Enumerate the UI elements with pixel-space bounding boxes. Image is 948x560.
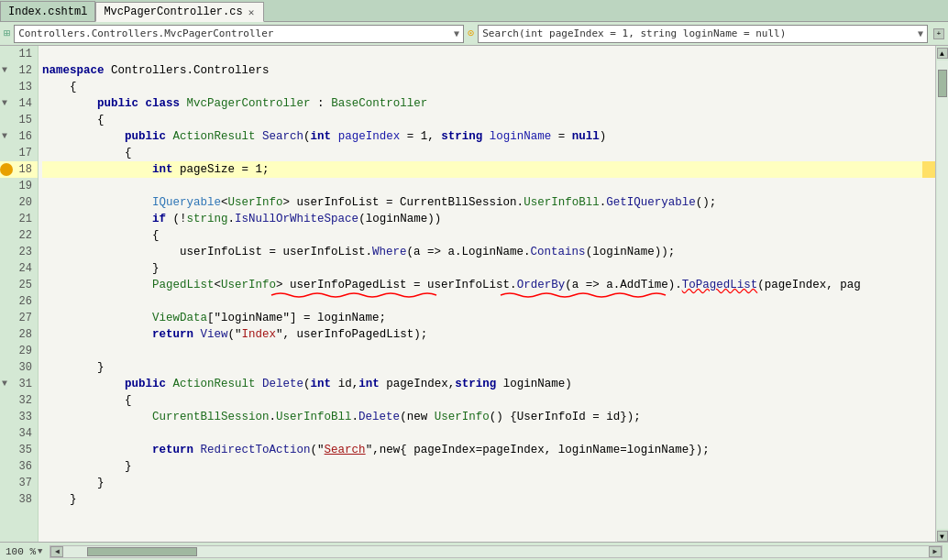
collapse-icon-14[interactable]: ▼ [2,95,7,112]
token-paren-16: ( [303,128,311,145]
method-value: Search(int pageIndex = 1, string loginNa… [482,27,786,39]
code-line-18: int pageSize = 1; [42,161,935,178]
token-indent-27 [42,310,152,326]
app-window: Index.cshtml MvcPagerController.cs ✕ ⊞ C… [0,0,948,560]
code-line-21: if (! string . IsNullOrWhiteSpace (login… [42,211,935,227]
token-31e: pageIndex, [380,376,456,392]
token-close-16: ) [600,128,607,145]
line-num-12: ▼ 12 [0,62,38,79]
token-31c: ( [303,376,311,392]
token-33c: (new [400,409,435,425]
code-content[interactable]: namespace Controllers.Controllers { publ… [39,46,935,542]
line-num-29: 29 [0,343,38,359]
scroll-down-btn[interactable]: ▼ [937,531,948,542]
token-loginname-16: loginName [490,128,552,145]
token-25b: (a => a.AddTime). [565,277,682,293]
line-num-35: 35 [0,442,38,458]
highlight-right-18 [922,161,935,178]
token-public-14: public [97,95,138,112]
token-indent-35 [42,442,152,458]
token-17: { [42,145,132,161]
line-gutter: 11 ▼ 12 13 ▼ 14 15 ▼ 16 17 [0,46,39,542]
token-pagesize-18: pageSize = 1; [173,161,270,178]
token-contains-23: Contains [531,244,586,260]
token-actionresult-16: ActionResult [173,128,256,145]
token-31f: loginName) [496,376,572,392]
line-num-33: 33 [0,409,38,425]
token-sp-16b [256,128,263,145]
token-33a: . [270,409,277,425]
token-36: } [42,458,132,475]
line-num-24: 24 [0,260,38,277]
zoom-control[interactable]: 100 % ▼ [6,546,42,557]
code-line-35: return RedirectToAction (" Search ",new{… [42,442,935,458]
line-num-27: 27 [0,310,38,326]
token-indent-14 [42,95,97,112]
tab-label: Index.cshtml [8,5,87,18]
horizontal-scrollbar[interactable]: ◀ ▶ [50,545,942,558]
collapse-icon-31[interactable]: ▼ [2,376,7,392]
method-dropdown[interactable]: Search(int pageIndex = 1, string loginNa… [478,25,928,43]
scroll-thumb-v[interactable] [938,70,947,97]
token-int-31b: int [358,376,380,392]
code-line-19 [42,178,935,194]
token-sp-16a [166,128,173,145]
code-line-25: PagedList < UserInfo > userInfoPagedList… [42,277,935,293]
token-sp-31b [256,376,263,392]
token-35c: ",new{ pageIndex=pageIndex, loginName=lo… [366,442,710,458]
code-line-11 [42,46,935,62]
token-space-14b [180,95,187,112]
collapse-icon-12[interactable]: ▼ [2,62,7,79]
token-userinfobll-33: UserInfoBll [276,409,352,425]
breakpoint-18[interactable] [0,163,13,176]
token-return-28: return [152,326,193,343]
line-num-21: 21 [0,211,38,227]
tab-close-icon[interactable]: ✕ [247,6,257,18]
token-eq-16: = 1, [400,128,441,145]
code-line-36: } [42,458,935,475]
line-num-20: 20 [0,194,38,211]
code-line-26 [42,293,935,310]
collapse-icon-16[interactable]: ▼ [2,128,7,145]
token-view-28: View [201,326,228,343]
token-23c: (loginName)); [586,244,676,260]
token-indent-28 [42,326,152,343]
token-string-21: string [187,211,228,227]
line-num-23: 23 [0,244,38,260]
token-23b: (a => a.LoginName. [407,244,531,260]
vertical-scrollbar[interactable]: ▲ ▼ [935,46,948,542]
namespace-dropdown[interactable]: Controllers.Controllers.MvcPagerControll… [14,25,464,43]
token-userinfobll-20: UserInfoBll [524,194,600,211]
token-int-18: int [152,161,173,178]
scroll-thumb-h[interactable] [87,547,197,556]
code-line-20: IQueryable < UserInfo > userInfoList = C… [42,194,935,211]
token-index-28: Index [242,326,277,343]
token-indent-23: userInfoList = userInfoList. [42,244,372,260]
code-line-14: public class MvcPagerController : BaseCo… [42,95,935,112]
token-int-31a: int [311,376,332,392]
scroll-left-btn[interactable]: ◀ [50,546,63,557]
scroll-right-btn[interactable]: ▶ [929,546,942,557]
token-indent-33 [42,409,152,425]
token-string-16: string [441,128,482,145]
token-indent-20 [42,194,152,211]
tab-index-cshtml[interactable]: Index.cshtml [0,1,95,21]
token-paren-21: (loginName)) [358,211,441,227]
token-delete-31: Delete [262,376,303,392]
token-actionresult-31: ActionResult [173,376,256,392]
line-num-36: 36 [0,458,38,475]
code-line-27: ViewData ["loginName"] = loginName; [42,310,935,326]
line-num-19: 19 [0,178,38,194]
scroll-track-v[interactable] [937,60,948,529]
tab-label: MvcPagerController.cs [104,5,242,18]
zoom-chevron: ▼ [38,547,42,556]
code-line-37: } [42,475,935,491]
nav-add-button[interactable]: + [933,28,944,39]
zoom-label: 100 % [6,546,36,557]
code-line-15: { [42,112,935,128]
scroll-up-btn[interactable]: ▲ [937,48,948,59]
token-33b: . [352,409,359,425]
token-iqueryable-20: IQueryable [152,194,221,211]
tab-mvcpager-controller[interactable]: MvcPagerController.cs ✕ [95,2,264,22]
code-line-24: } [42,260,935,277]
